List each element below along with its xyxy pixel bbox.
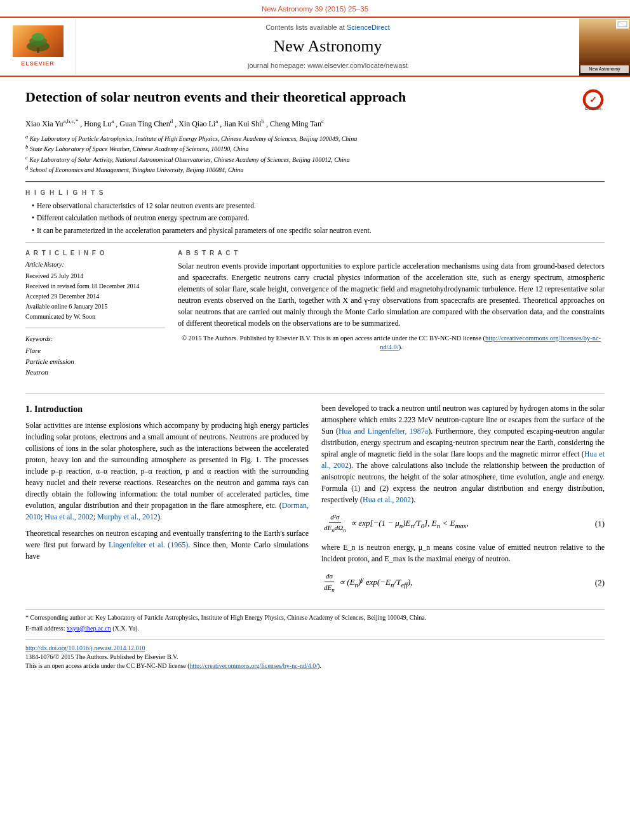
author5-name: , Jian Kui Shi <box>220 119 261 128</box>
authors-line: Xiao Xia Yua,b,c,* , Hong Lua , Guan Tin… <box>25 117 605 130</box>
elsevier-logo-section: ELSEVIER <box>0 19 76 74</box>
intro-para2: Theoretical researches on neutron escapi… <box>25 528 309 562</box>
affiliation-d: d School of Economics and Management, Ts… <box>25 164 605 175</box>
contents-text: Contents lists available at <box>265 23 347 31</box>
body-divider <box>25 393 605 394</box>
communicated-by: Communicated by W. Soon <box>25 312 165 321</box>
highlight-text-1: Here observational characteristics of 12… <box>37 201 256 211</box>
elsevier-logo-inner: ELSEVIER <box>13 25 64 68</box>
footnote-star: * Corresponding author at: Key Laborator… <box>25 613 605 622</box>
license-link[interactable]: http://creativecommons.org/licenses/by-n… <box>380 335 601 351</box>
ref-lingenfelter1965[interactable]: Lingenfelter et al. (1965) <box>109 540 188 549</box>
ref-hua2002c[interactable]: Hua et al., 2002 <box>363 495 411 504</box>
body-left-column: 1. Introduction Solar activities are int… <box>25 403 309 601</box>
intro-title: Introduction <box>34 404 83 414</box>
intro-heading: 1. Introduction <box>25 403 309 416</box>
eq2-number: (2) <box>586 577 605 589</box>
intro-para1: Solar activities are intense explosions … <box>25 420 309 523</box>
journal-issue-bar: New Astronomy 39 (2015) 25–35 <box>0 0 630 17</box>
revised-date: Received in revised form 18 December 201… <box>25 282 165 291</box>
abstract-heading: A B S T R A C T <box>178 249 605 258</box>
eq1-description: where E_n is neutron energy, μ_n means c… <box>321 542 605 564</box>
license-content: © 2015 The Authors. Published by Elsevie… <box>182 335 601 351</box>
keywords-section: Keywords: Flare Particle emission Neutro… <box>25 335 165 378</box>
keywords-list: Flare Particle emission Neutron <box>25 346 165 378</box>
eq2-fraction: dσ dEn <box>323 571 336 594</box>
highlight-text-3: It can be parameterized in the accelerat… <box>37 225 372 236</box>
equation-2-block: dσ dEn ∝ (En)γ exp(−En/Teff), (2) <box>321 571 605 594</box>
ref-hua1987a[interactable]: Hua and Lingenfelter, 1987a <box>338 427 428 436</box>
journal-cover-text: New Astronomy <box>580 65 629 73</box>
author3-name: , Guan Ting Chen <box>116 119 170 128</box>
issn-row: 1384-1076/© 2015 The Authors. Published … <box>25 653 605 662</box>
history-subheading: Article history: <box>25 260 165 269</box>
keyword-neutron: Neutron <box>25 368 165 377</box>
highlight-item-1: • Here observational characteristics of … <box>32 201 605 211</box>
eq1-number: (1) <box>586 517 605 530</box>
eq1-fraction: d²σ dEndΩn <box>323 512 347 535</box>
oa-text: This is an open access article under the… <box>25 662 321 669</box>
expand-icon <box>617 20 628 28</box>
author3-sup: d <box>170 118 173 124</box>
sciencedirect-link[interactable]: ScienceDirect <box>347 23 390 31</box>
page: New Astronomy 39 (2015) 25–35 ELSEVIER C… <box>0 0 630 840</box>
doi-section: http://dx.doi.org/10.1016/j.newast.2014.… <box>25 639 605 670</box>
available-date: Available online 6 January 2015 <box>25 302 165 311</box>
keyword-flare: Flare <box>25 346 165 356</box>
two-column-section: A R T I C L E I N F O Article history: R… <box>25 249 605 384</box>
journal-issue-text: New Astronomy 39 (2015) 25–35 <box>262 5 368 13</box>
article-title-text: Detection of solar neutron events and th… <box>25 88 406 107</box>
keywords-label: Keywords: <box>25 335 165 343</box>
eq2-lhs: dσ dEn ∝ (En)γ exp(−En/Teff), <box>321 577 413 587</box>
journal-cover-label: New Astronomy <box>580 65 629 73</box>
email-link[interactable]: xxyu@ihep.ac.cn <box>67 625 111 632</box>
article-info-heading: A R T I C L E I N F O <box>25 249 165 258</box>
affiliation-c: c Key Laboratory of Solar Activity, Nati… <box>25 154 605 164</box>
intro-number: 1. <box>25 404 32 414</box>
homepage-text: journal homepage: www.elsevier.com/locat… <box>248 62 408 69</box>
bullet-icon-2: • <box>32 213 34 223</box>
author6-name: , Cheng Ming Tan <box>266 119 321 128</box>
author6-sup: c <box>321 118 324 124</box>
oa-link[interactable]: http://creativecommons.org/licenses/by-n… <box>190 662 318 669</box>
author2-name: , Hong Lu <box>80 119 111 128</box>
author1-name: Xiao Xia Yu <box>25 119 64 128</box>
journal-name-heading: New Astronomy <box>81 35 574 58</box>
elsevier-logo-image <box>13 25 64 57</box>
author4-sup: a <box>215 118 218 124</box>
crossmark-icon: ✓ CrossMark <box>582 88 605 111</box>
bullet-icon-3: • <box>32 225 34 236</box>
ref-hua2002b[interactable]: Hua et al., 2002 <box>321 450 605 470</box>
ref-hua2002[interactable]: Hua et al., 2002 <box>44 512 93 521</box>
ref-murphy2012[interactable]: Murphy et al., 2012 <box>97 512 158 521</box>
journal-center-section: Contents lists available at ScienceDirec… <box>76 18 579 76</box>
elsevier-tree-icon <box>19 29 57 54</box>
eq1-lhs: d²σ dEndΩn ∝ exp[−(1 − μn)En/T0], En < E… <box>321 518 469 528</box>
highlights-label: H I G H L I G H T S <box>25 189 605 197</box>
affiliation-c-text: Key Laboratory of Solar Activity, Nation… <box>29 156 350 163</box>
affiliation-b: b State Key Laboratory of Space Weather,… <box>25 143 605 154</box>
journal-header: ELSEVIER Contents lists available at Sci… <box>0 17 630 77</box>
highlights-section: H I G H L I G H T S • Here observational… <box>25 189 605 235</box>
footnotes-section: * Corresponding author at: Key Laborator… <box>25 609 605 633</box>
affiliation-a-text: Key Laboratory of Particle Astrophysics,… <box>30 135 357 142</box>
abstract-text: Solar neutron events provide important o… <box>178 260 605 329</box>
doi-link[interactable]: http://dx.doi.org/10.1016/j.newast.2014.… <box>25 644 145 651</box>
svg-text:CrossMark: CrossMark <box>585 107 601 110</box>
oa-row: This is an open access article under the… <box>25 662 605 670</box>
eq1-denominator: dEndΩn <box>323 523 347 535</box>
author4-name: , Xin Qiao Li <box>175 119 215 128</box>
elsevier-brand-text: ELSEVIER <box>13 60 64 68</box>
svg-text:✓: ✓ <box>589 95 597 105</box>
doi-row: http://dx.doi.org/10.1016/j.newast.2014.… <box>25 644 605 653</box>
affiliations-section: a Key Laboratory of Particle Astrophysic… <box>25 133 605 175</box>
body-content: 1. Introduction Solar activities are int… <box>25 403 605 601</box>
info-divider <box>25 328 165 328</box>
journal-homepage-line: journal homepage: www.elsevier.com/locat… <box>81 61 574 70</box>
body-right-column: been developed to track a neutron until … <box>321 403 605 601</box>
equation-1-block: d²σ dEndΩn ∝ exp[−(1 − μn)En/T0], En < E… <box>321 512 605 535</box>
received-date: Received 25 July 2014 <box>25 272 165 281</box>
equation-1-formula: d²σ dEndΩn ∝ exp[−(1 − μn)En/T0], En < E… <box>321 512 586 535</box>
footnote-email: E-mail address: xxyu@ihep.ac.cn (X.X. Yu… <box>25 624 605 633</box>
footnote-star-text: * Corresponding author at: Key Laborator… <box>25 614 426 621</box>
